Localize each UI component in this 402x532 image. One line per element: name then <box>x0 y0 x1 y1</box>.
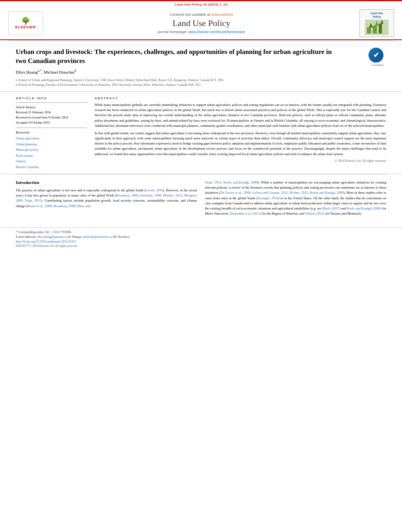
doi-line: http://dx.doi.org/10.1016/j.landusepol.2… <box>16 240 386 243</box>
email-label: E-mail addresses: <box>16 235 37 239</box>
page-wrapper: Land Use Policy 43 (2015) 1–14 🌳 ELSEVIE… <box>0 0 402 532</box>
keyword-2: Urban planning <box>16 141 87 147</box>
thibert-link[interactable]: Thibert (2012) <box>305 211 325 215</box>
intro-body-right: Stone, 2012; Roehr and Kunigk, 2009). Wh… <box>205 180 386 216</box>
journal-header: 🌳 ELSEVIER Contents lists available at S… <box>0 6 402 40</box>
journal-logo-box: Land UsePolicy <box>359 9 394 37</box>
keyword-4: Food system <box>16 153 87 158</box>
elsevier-text: ELSEVIER <box>15 25 36 29</box>
article-title: Urban crops and livestock: The experienc… <box>16 48 339 66</box>
elsevier-logo: 🌳 ELSEVIER <box>8 11 43 35</box>
keyword-1: Urban agriculture <box>16 135 87 141</box>
journal-homepage-line: journal homepage: www.elsevier.com/locat… <box>51 30 352 34</box>
article-info-heading: ARTICLE INFO <box>16 96 87 100</box>
affiliation-b: b School of Planning, Faculty of Environ… <box>16 82 386 87</box>
affil-a-text: a School of Urban and Regional Planning,… <box>16 78 223 83</box>
main-content: Introduction The practice of urban agric… <box>0 174 402 223</box>
abstract-col: ABSTRACT While many municipalities globa… <box>95 96 386 170</box>
abstract-heading: ABSTRACT <box>95 96 386 100</box>
sciencedirect-label: Contents lists available at <box>170 13 210 17</box>
abstract-copyright: © 2014 Elsevier Ltd. All rights reserved… <box>95 159 386 163</box>
crossmark-badge: ✔ CrossMark <box>368 48 386 65</box>
tornaghi-link[interactable]: Tornaghi, 2014 <box>257 196 278 200</box>
article-info-col: ARTICLE INFO Article history: Received 2… <box>16 96 87 170</box>
two-col-section: ARTICLE INFO Article history: Received 2… <box>0 92 402 174</box>
black-link[interactable]: Black (2013) <box>322 206 340 210</box>
journal-title: Land Use Policy <box>51 18 352 28</box>
revised-date: Received in revised form 9 October 2014 <box>16 115 87 120</box>
keyword-5: Ontario <box>16 158 87 164</box>
affiliations: a School of Urban and Regional Planning,… <box>16 78 386 88</box>
lovell-link[interactable]: Lovell, 2010 <box>145 188 163 192</box>
email1-name: (D. Huang), <box>68 235 82 239</box>
accepted-date: Accepted 19 October 2014 <box>16 120 87 126</box>
journal-center: Contents lists available at ScienceDirec… <box>43 13 359 34</box>
email2-name: (M. Drescher). <box>113 235 130 239</box>
elsevier-logo-box: 🌳 ELSEVIER <box>8 11 43 35</box>
introduction-heading: Introduction <box>16 180 197 185</box>
right-col: Stone, 2012; Roehr and Kunigk, 2009). Wh… <box>205 180 386 219</box>
homepage-label: journal homepage: <box>158 30 187 34</box>
journal-volume-label: Land Use Policy 43 (2015) 1–14 <box>0 1 402 6</box>
keywords-title: Keywords: <box>16 130 87 134</box>
stone-link[interactable]: Stone, 2012; Roehr and Kunigk, 2009 <box>205 180 258 184</box>
author2-name: Michael Drescher <box>44 70 75 74</box>
bouris-link[interactable]: Bouris et al., 2009; Broadway, 2009; Mee… <box>27 204 90 208</box>
sciencedirect-line: Contents lists available at ScienceDirec… <box>51 13 352 17</box>
article-history-title: Article history: <box>16 105 87 109</box>
svg-rect-3 <box>379 24 382 33</box>
left-col: Introduction The practice of urban agric… <box>16 180 197 219</box>
info-divider-mid <box>16 128 87 128</box>
crossmark-icon: ✔ <box>368 48 383 63</box>
keyword-3: Municipal policy <box>16 147 87 152</box>
logo-image-placeholder <box>365 20 389 35</box>
land-use-policy-logo-text: Land UsePolicy <box>370 11 383 19</box>
svg-rect-1 <box>367 28 371 33</box>
email2-link[interactable]: mdresche@uwaterloo.ca <box>83 235 112 239</box>
email-line: E-mail addresses: dilys.huang@queensu.ca… <box>16 235 386 239</box>
received-date: Received 21 February 2014 <box>16 110 87 115</box>
broadway-link[interactable]: Broadway, 2009; Fairholm, 1998; Mendes, … <box>16 193 197 202</box>
info-divider-top <box>16 102 87 103</box>
article-history-section: Article history: Received 21 February 20… <box>16 105 87 125</box>
affil-b-text: b School of Planning, Faculty of Environ… <box>16 82 201 87</box>
abstract-paragraph1: While many municipalities globally are c… <box>95 102 386 128</box>
svg-rect-2 <box>373 26 377 33</box>
intro-body-left: The practice of urban agriculture is not… <box>16 188 197 209</box>
homepage-url[interactable]: www.elsevier.com/locate/landusepol <box>188 30 245 34</box>
sciencedirect-link[interactable]: ScienceDirect <box>211 13 233 17</box>
authors-line: Dilys Huanga,*, Michael Drescherb <box>16 69 386 74</box>
email1-link[interactable]: dilys.huang@queensu.ca <box>37 235 67 239</box>
roehr-link[interactable]: Roehr and Kunigk (2009) <box>347 206 382 210</box>
elsevier-tree-icon: 🌳 <box>21 17 30 24</box>
abstract-paragraph2: In line with global trends, our results … <box>95 131 386 157</box>
corresponding-author-note: * Corresponding author. Tel.: +1 613 770… <box>16 230 386 234</box>
author1-name: Dilys Huang <box>16 70 38 74</box>
keywords-section: Keywords: Urban agriculture Urban planni… <box>16 130 87 170</box>
keyword-6: British Columbia <box>16 164 87 170</box>
abstract-text: While many municipalities globally are c… <box>95 102 386 157</box>
dezeeuw-link[interactable]: De Zeeuw et al., 2000; LeJava and Goonan… <box>220 191 344 195</box>
desjardins-link[interactable]: Desjardins et al. (2011) <box>230 211 261 215</box>
copyright-footer: 0264-8377/© 2014 Elsevier Ltd. All right… <box>16 244 386 248</box>
article-footer: * Corresponding author. Tel.: +1 613 770… <box>0 227 402 249</box>
crossmark-label: CrossMark <box>368 63 386 67</box>
article-header: Urban crops and livestock: The experienc… <box>0 41 402 92</box>
affiliation-a: a School of Urban and Regional Planning,… <box>16 78 386 83</box>
author2-sup: b <box>74 69 76 72</box>
crossmark-container: Urban crops and livestock: The experienc… <box>16 48 386 66</box>
doi-link[interactable]: http://dx.doi.org/10.1016/j.landusepol.2… <box>16 240 76 243</box>
